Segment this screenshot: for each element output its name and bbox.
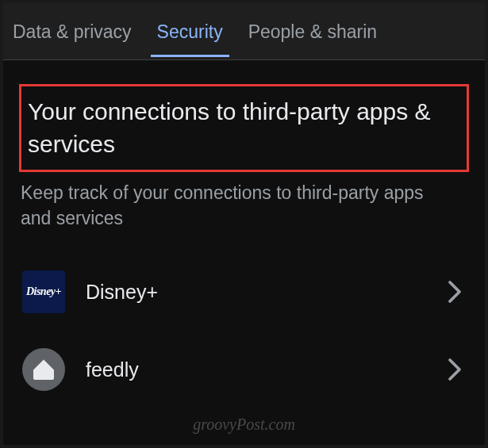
app-label: feedly: [86, 358, 447, 381]
app-row-feedly[interactable]: feedly: [19, 331, 469, 408]
feedly-icon: [22, 348, 65, 391]
section-subtitle: Keep track of your connections to third-…: [19, 180, 469, 231]
content-area: Your connections to third-party apps & s…: [3, 60, 485, 408]
tab-data-privacy[interactable]: Data & privacy: [6, 6, 138, 57]
chevron-right-icon: [447, 280, 463, 304]
app-label: Disney+: [86, 281, 447, 304]
app-row-disney[interactable]: Disney+ Disney+: [19, 253, 469, 331]
highlight-annotation: Your connections to third-party apps & s…: [19, 84, 469, 172]
chevron-right-icon: [447, 358, 463, 381]
watermark: groovyPost.com: [193, 415, 295, 434]
disney-plus-icon: Disney+: [22, 270, 65, 313]
tab-bar: Data & privacy Security People & sharin: [3, 3, 485, 60]
tab-security[interactable]: Security: [151, 6, 229, 57]
tab-people-sharing[interactable]: People & sharin: [242, 6, 383, 57]
section-title: Your connections to third-party apps & s…: [28, 96, 455, 160]
